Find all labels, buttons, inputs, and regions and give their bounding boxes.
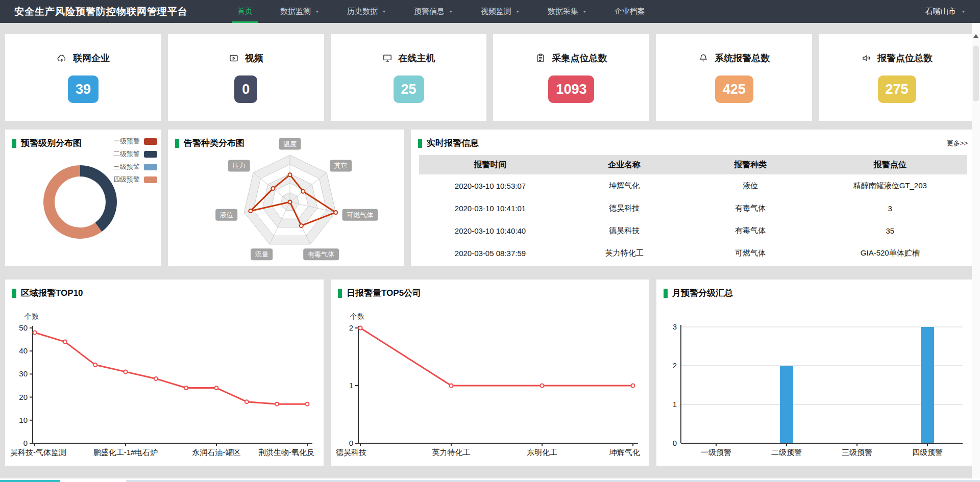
nav-item-2[interactable]: 数据监测▼	[266, 0, 333, 23]
radar-axis-label: 流量	[255, 250, 268, 258]
stat-card-header: 在线主机	[382, 52, 435, 64]
radar-data-point	[288, 173, 292, 176]
x-axis-category-label: 坤辉气化	[609, 448, 640, 456]
nav-item-7[interactable]: 企业档案	[601, 0, 659, 23]
table-cell: 英力特化工	[561, 242, 688, 264]
nav-item-label: 历史数据	[347, 7, 378, 16]
stat-card-value-badge: 425	[715, 75, 753, 103]
radar-data-point	[249, 209, 252, 213]
bottom-teal-segment	[0, 480, 60, 482]
bar	[921, 327, 934, 443]
nav-item-4[interactable]: 预警信息▼	[400, 0, 467, 23]
nav-menu: 首页数据监测▼历史数据▼预警信息▼视频监测▼数据采集▼企业档案	[224, 0, 659, 23]
panel-marker	[664, 289, 668, 298]
middle-row: 预警级别分布图 一级预警二级预警三级预警四级预警 告警种类分布图 温度其它可燃气…	[5, 130, 975, 266]
data-line	[35, 333, 307, 404]
table-row: 2020-03-10 10:41:01德昊科技有毒气体3	[419, 197, 967, 219]
chevron-down-icon: ▼	[961, 10, 966, 14]
table-cell: 坤辉气化	[561, 174, 688, 197]
y-axis-tick-label: 50	[19, 323, 28, 332]
y-axis-tick-label: 1	[349, 381, 353, 390]
table-cell: GIA-520单体贮槽	[814, 242, 967, 264]
table-cell: 有毒气体	[688, 197, 814, 219]
y-axis-tick-label: 20	[19, 393, 28, 401]
stat-card-label: 在线主机	[399, 52, 435, 64]
region-selector[interactable]: 石嘴山市 ▼	[925, 7, 966, 16]
panel-marker	[12, 289, 16, 298]
nav-item-label: 数据监测	[280, 7, 311, 16]
stat-card-label: 联网企业	[73, 52, 110, 64]
stat-card-value-badge: 25	[394, 75, 424, 103]
top-navbar: 安全生产风险预警防控物联网管理平台 首页数据监测▼历史数据▼预警信息▼视频监测▼…	[0, 0, 980, 23]
daily-alarm-top5-line-chart: 个数012德昊科技英力特化工东明化工坤辉气化	[335, 307, 641, 461]
nav-item-6[interactable]: 数据采集▼	[534, 0, 601, 23]
chevron-down-icon: ▼	[516, 10, 520, 14]
data-point	[63, 340, 67, 344]
scrollbar-thumb[interactable]	[973, 45, 979, 102]
panel-daily-alarm-top5: 日报警量TOP5公司 个数012德昊科技英力特化工东明化工坤辉气化	[331, 280, 649, 466]
panel-alarm-type-distribution: 告警种类分布图 温度其它可燃气体有毒气体流量液位压力	[168, 130, 404, 266]
panel-title: 月预警分级汇总	[672, 287, 733, 299]
table-cell: 德昊科技	[561, 219, 688, 242]
stat-card-1: 联网企业39	[5, 34, 161, 121]
y-axis-tick-label: 0	[349, 439, 353, 447]
x-axis-category-label: 三级预警	[842, 448, 872, 456]
app-title: 安全生产风险预警防控物联网管理平台	[14, 5, 188, 18]
radar-axis-label: 压力	[232, 162, 246, 169]
donut-slice	[80, 165, 117, 232]
nav-item-5[interactable]: 视频监测▼	[467, 0, 534, 23]
x-axis-category-label: 二级预警	[771, 448, 802, 456]
y-axis-tick-label: 0	[23, 439, 28, 447]
y-axis-tick-label: 3	[673, 322, 677, 331]
stat-card-4: 采集点位总数1093	[493, 34, 649, 121]
table-cell: 可燃气体	[688, 242, 814, 264]
radar-data-point	[271, 187, 275, 190]
monthly-warning-bar-chart: 0123一级预警二级预警三级预警四级预警	[660, 307, 967, 461]
nav-item-label: 首页	[237, 7, 253, 16]
data-point	[93, 363, 97, 367]
x-axis-category-label: 德昊科技	[335, 448, 366, 456]
scroll-up-icon[interactable]	[973, 34, 978, 38]
data-point	[275, 402, 279, 406]
nav-item-1[interactable]: 首页	[224, 0, 266, 23]
vertical-scrollbar[interactable]	[972, 23, 980, 482]
y-axis-unit-label: 个数	[24, 312, 39, 320]
bottom-white-segment	[60, 480, 126, 482]
table-column-header: 企业名称	[561, 155, 688, 174]
x-axis-category-label: 四级预警	[912, 448, 943, 456]
nav-item-label: 预警信息	[414, 7, 445, 16]
y-axis-tick-label: 2	[673, 361, 677, 370]
cloud-icon	[57, 53, 67, 63]
x-axis-category-label: 荆洪生物-氧化反	[258, 448, 314, 456]
stat-card-value-badge: 1093	[548, 75, 594, 103]
video-icon	[229, 53, 239, 63]
table-cell: 液位	[688, 174, 814, 197]
data-point	[154, 377, 158, 380]
stat-card-header: 报警点位总数	[861, 52, 933, 64]
nav-item-label: 数据采集	[548, 7, 578, 16]
radar-axis-label: 液位	[220, 211, 233, 219]
nav-item-3[interactable]: 历史数据▼	[333, 0, 400, 23]
y-axis-tick-label: 1	[673, 400, 677, 409]
radar-data-point	[288, 200, 292, 204]
stat-card-3: 在线主机25	[331, 34, 487, 121]
panel-monthly-warning-summary: 月预警分级汇总 0123一级预警二级预警三级预警四级预警	[656, 280, 975, 466]
stat-card-6: 报警点位总数275	[819, 34, 975, 121]
region-label: 石嘴山市	[925, 7, 956, 16]
panel-warning-level-distribution: 预警级别分布图 一级预警二级预警三级预警四级预警	[5, 130, 161, 266]
data-point	[541, 384, 544, 388]
stat-card-header: 视频	[229, 52, 263, 64]
stat-card-value-badge: 0	[234, 75, 257, 103]
nav-item-label: 企业档案	[615, 7, 645, 16]
table-cell: 3	[814, 197, 967, 219]
monitor-icon	[382, 53, 393, 63]
chevron-down-icon: ▼	[382, 10, 386, 14]
more-link[interactable]: 更多>>	[947, 139, 968, 148]
x-axis-category-label: 鹏盛化工-1#电石炉	[93, 448, 158, 456]
table-cell: 2020-03-10 10:41:01	[419, 197, 561, 219]
data-point	[359, 326, 362, 330]
data-point	[215, 386, 218, 390]
table-row: 2020-03-05 08:37:59英力特化工可燃气体GIA-520单体贮槽	[419, 242, 967, 264]
stat-card-label: 系统报警总数	[715, 52, 770, 64]
table-cell: 精醇南罐液位GT_203	[814, 174, 967, 197]
